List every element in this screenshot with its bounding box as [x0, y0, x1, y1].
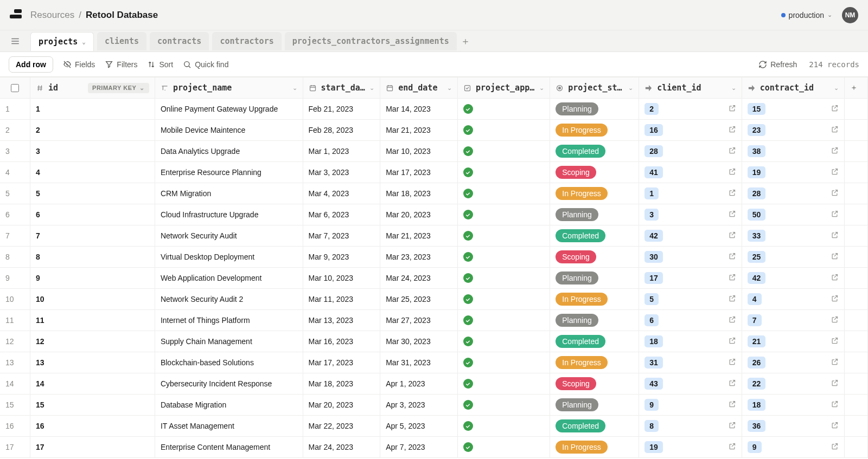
- cell-approved[interactable]: [457, 437, 550, 458]
- column-header-client-id[interactable]: client_id ⌄: [639, 77, 742, 99]
- cell-end-date[interactable]: Mar 21, 2023: [380, 120, 458, 141]
- cell-id[interactable]: 17: [30, 437, 155, 458]
- cell-end-date[interactable]: Apr 7, 2023: [380, 437, 458, 458]
- cell-status[interactable]: Planning: [550, 395, 639, 416]
- external-link-icon[interactable]: [728, 337, 736, 346]
- external-link-icon[interactable]: [728, 167, 736, 177]
- external-link-icon[interactable]: [831, 104, 839, 114]
- external-link-icon[interactable]: [728, 315, 736, 325]
- cell-project-name[interactable]: Supply Chain Management: [155, 331, 303, 352]
- cell-end-date[interactable]: Mar 30, 2023: [380, 331, 458, 352]
- cell-approved[interactable]: [457, 352, 550, 373]
- cell-client-id[interactable]: 17: [639, 268, 742, 289]
- cell-approved[interactable]: [457, 99, 550, 120]
- tab-projects[interactable]: projects⌄: [30, 32, 94, 51]
- external-link-icon[interactable]: [831, 358, 839, 367]
- external-link-icon[interactable]: [728, 125, 736, 135]
- external-link-icon[interactable]: [831, 379, 839, 389]
- cell-start-date[interactable]: Mar 4, 2023: [303, 183, 380, 204]
- cell-approved[interactable]: [457, 183, 550, 204]
- external-link-icon[interactable]: [728, 231, 736, 241]
- cell-approved[interactable]: [457, 120, 550, 141]
- table-row[interactable]: 33Data Analytics UpgradeMar 1, 2023Mar 1…: [0, 141, 868, 162]
- cell-id[interactable]: 9: [30, 268, 155, 289]
- cell-status[interactable]: Planning: [550, 99, 639, 120]
- cell-approved[interactable]: [457, 247, 550, 268]
- cell-end-date[interactable]: Apr 1, 2023: [380, 373, 458, 395]
- filters-button[interactable]: Filters: [105, 60, 137, 69]
- cell-id[interactable]: 4: [30, 162, 155, 183]
- table-row[interactable]: 1313Blockchain-based SolutionsMar 17, 20…: [0, 352, 868, 373]
- cell-end-date[interactable]: Mar 10, 2023: [380, 141, 458, 162]
- column-header-end-date[interactable]: end_date ⌄: [380, 77, 458, 99]
- cell-contract-id[interactable]: 22: [742, 373, 845, 395]
- cell-client-id[interactable]: 8: [639, 416, 742, 437]
- cell-contract-id[interactable]: 9: [742, 437, 845, 458]
- tab-contractors[interactable]: contractors: [212, 32, 281, 50]
- breadcrumb-root[interactable]: Resources: [30, 10, 74, 21]
- cell-project-name[interactable]: IT Asset Management: [155, 416, 303, 437]
- cell-status[interactable]: Completed: [550, 416, 639, 437]
- cell-client-id[interactable]: 18: [639, 331, 742, 352]
- external-link-icon[interactable]: [728, 252, 736, 262]
- tab-clients[interactable]: clients: [97, 32, 146, 50]
- cell-contract-id[interactable]: 36: [742, 416, 845, 437]
- cell-approved[interactable]: [457, 225, 550, 247]
- cell-contract-id[interactable]: 21: [742, 331, 845, 352]
- tab-projects_contractors_assignments[interactable]: projects_contractors_assignments: [285, 32, 457, 50]
- tab-contracts[interactable]: contracts: [150, 32, 209, 50]
- cell-start-date[interactable]: Mar 18, 2023: [303, 373, 380, 395]
- cell-approved[interactable]: [457, 416, 550, 437]
- cell-end-date[interactable]: Apr 3, 2023: [380, 395, 458, 416]
- table-row[interactable]: 66Cloud Infrastructure UpgradeMar 6, 202…: [0, 204, 868, 225]
- cell-end-date[interactable]: Mar 23, 2023: [380, 247, 458, 268]
- cell-id[interactable]: 12: [30, 331, 155, 352]
- cell-project-name[interactable]: Internet of Things Platform: [155, 310, 303, 331]
- cell-start-date[interactable]: Mar 1, 2023: [303, 141, 380, 162]
- external-link-icon[interactable]: [728, 104, 736, 114]
- cell-status[interactable]: Planning: [550, 268, 639, 289]
- cell-start-date[interactable]: Mar 20, 2023: [303, 395, 380, 416]
- cell-start-date[interactable]: Mar 13, 2023: [303, 310, 380, 331]
- cell-project-name[interactable]: Web Application Development: [155, 268, 303, 289]
- cell-project-name[interactable]: CRM Migration: [155, 183, 303, 204]
- table-row[interactable]: 1616IT Asset ManagementMar 22, 2023Apr 5…: [0, 416, 868, 437]
- cell-project-name[interactable]: Virtual Desktop Deployment: [155, 247, 303, 268]
- cell-client-id[interactable]: 42: [639, 225, 742, 247]
- external-link-icon[interactable]: [728, 189, 736, 198]
- fields-button[interactable]: Fields: [63, 60, 95, 69]
- cell-approved[interactable]: [457, 331, 550, 352]
- cell-start-date[interactable]: Mar 22, 2023: [303, 416, 380, 437]
- table-row[interactable]: 11Online Payment Gateway UpgradeFeb 21, …: [0, 99, 868, 120]
- table-row[interactable]: 1515Database MigrationMar 20, 2023Apr 3,…: [0, 395, 868, 416]
- table-row[interactable]: 1414Cybersecurity Incident ResponseMar 1…: [0, 373, 868, 395]
- external-link-icon[interactable]: [831, 421, 839, 431]
- external-link-icon[interactable]: [728, 294, 736, 304]
- column-header-project-approved[interactable]: project_approv… ⌄: [457, 77, 550, 99]
- cell-status[interactable]: In Progress: [550, 120, 639, 141]
- cell-end-date[interactable]: Mar 17, 2023: [380, 162, 458, 183]
- cell-id[interactable]: 1: [30, 99, 155, 120]
- external-link-icon[interactable]: [831, 273, 839, 283]
- cell-start-date[interactable]: Mar 9, 2023: [303, 247, 380, 268]
- external-link-icon[interactable]: [831, 315, 839, 325]
- cell-client-id[interactable]: 16: [639, 120, 742, 141]
- cell-status[interactable]: Scoping: [550, 373, 639, 395]
- cell-id[interactable]: 3: [30, 141, 155, 162]
- table-row[interactable]: 77Network Security AuditMar 7, 2023Mar 2…: [0, 225, 868, 247]
- external-link-icon[interactable]: [728, 379, 736, 389]
- cell-client-id[interactable]: 28: [639, 141, 742, 162]
- cell-contract-id[interactable]: 25: [742, 247, 845, 268]
- cell-start-date[interactable]: Mar 16, 2023: [303, 331, 380, 352]
- cell-project-name[interactable]: Enterprise Resource Planning: [155, 162, 303, 183]
- cell-contract-id[interactable]: 28: [742, 183, 845, 204]
- cell-client-id[interactable]: 6: [639, 310, 742, 331]
- cell-contract-id[interactable]: 18: [742, 395, 845, 416]
- external-link-icon[interactable]: [831, 210, 839, 219]
- cell-client-id[interactable]: 30: [639, 247, 742, 268]
- cell-contract-id[interactable]: 50: [742, 204, 845, 225]
- cell-start-date[interactable]: Mar 24, 2023: [303, 437, 380, 458]
- table-row[interactable]: 1717Enterprise Content ManagementMar 24,…: [0, 437, 868, 458]
- external-link-icon[interactable]: [831, 146, 839, 156]
- menu-icon[interactable]: [8, 36, 23, 46]
